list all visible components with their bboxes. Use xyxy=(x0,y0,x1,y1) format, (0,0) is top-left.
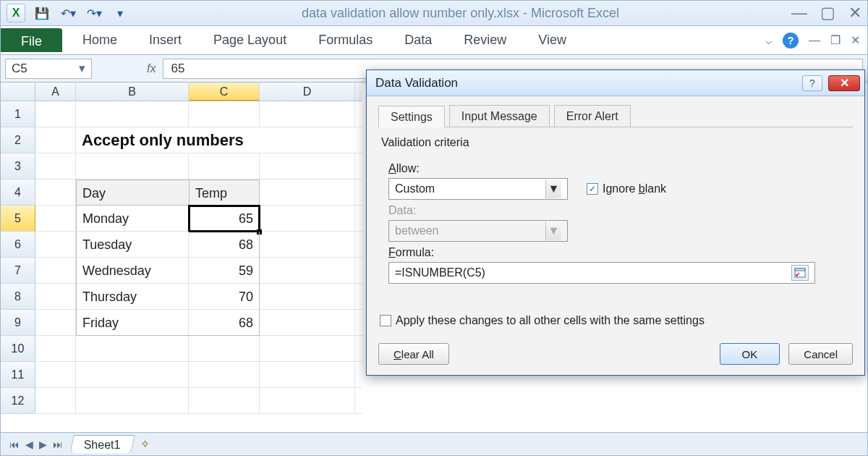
minimize-icon[interactable]: — xyxy=(791,4,807,22)
tab-page-layout[interactable]: Page Layout xyxy=(197,26,302,54)
sheet-tab-sheet1[interactable]: Sheet1 xyxy=(69,435,135,453)
tab-home[interactable]: Home xyxy=(67,26,133,54)
cell-b4[interactable]: Day xyxy=(76,180,189,206)
redo-icon[interactable]: ↷▾ xyxy=(85,4,103,22)
dialog-tab-input-message[interactable]: Input Message xyxy=(449,105,550,127)
dialog-close-icon[interactable]: ✕ xyxy=(828,75,860,91)
cell-b9[interactable]: Friday xyxy=(76,310,189,336)
row-8: 8 Thursday 70 xyxy=(1,284,362,310)
sheet-nav-next-icon[interactable]: ▶ xyxy=(36,439,50,450)
chevron-down-icon: ▼ xyxy=(545,221,561,240)
chevron-down-icon[interactable]: ▼ xyxy=(545,180,561,198)
allow-combo-value: Custom xyxy=(395,182,435,195)
row-header[interactable]: 5 xyxy=(1,206,35,232)
sheet-title[interactable]: Accept only numbers xyxy=(76,127,250,153)
ignore-blank-checkbox[interactable]: ✓ Ignore blank xyxy=(587,182,666,195)
dialog-titlebar[interactable]: Data Validation ? ✕ xyxy=(367,70,864,96)
dialog-help-icon[interactable]: ? xyxy=(802,75,822,91)
row-header[interactable]: 3 xyxy=(1,153,35,180)
allow-label: Allow: xyxy=(388,162,848,175)
cell-c9[interactable]: 68 xyxy=(189,310,260,336)
data-combo: between ▼ xyxy=(388,220,568,242)
row-header[interactable]: 1 xyxy=(1,101,35,127)
cancel-button[interactable]: Cancel xyxy=(788,343,853,365)
cell-c6[interactable]: 68 xyxy=(189,232,260,258)
row-header[interactable]: 6 xyxy=(1,232,35,258)
undo-icon[interactable]: ↶▾ xyxy=(59,4,77,22)
close-icon[interactable]: ✕ xyxy=(848,4,861,22)
row-header[interactable]: 2 xyxy=(1,127,35,153)
sheet-nav-first-icon[interactable]: ⏮ xyxy=(7,439,22,450)
row-header[interactable]: 8 xyxy=(1,284,35,310)
cell-b6[interactable]: Tuesday xyxy=(76,232,189,258)
cell-c8[interactable]: 70 xyxy=(189,284,260,310)
fx-label[interactable]: fx xyxy=(140,62,163,75)
row-header[interactable]: 10 xyxy=(1,336,35,362)
range-picker-icon[interactable] xyxy=(791,265,809,281)
ok-button[interactable]: OK xyxy=(720,343,780,365)
sheet-nav-last-icon[interactable]: ⏭ xyxy=(50,439,66,450)
maximize-icon[interactable]: ▢ xyxy=(820,4,835,22)
row-5: 5 Monday 65 xyxy=(1,206,362,232)
mdi-minimize-icon[interactable]: — xyxy=(809,34,820,47)
new-sheet-icon[interactable]: ✧ xyxy=(140,437,150,451)
row-header[interactable]: 12 xyxy=(1,388,35,414)
col-header-b[interactable]: B xyxy=(76,83,189,101)
row-1: 1 xyxy=(1,101,362,127)
data-validation-dialog: Data Validation ? ✕ Settings Input Messa… xyxy=(366,69,865,376)
tab-data[interactable]: Data xyxy=(388,26,448,54)
customize-qat-icon[interactable]: ▾ xyxy=(111,4,129,22)
checkbox-icon: ✓ xyxy=(587,183,598,195)
row-header[interactable]: 7 xyxy=(1,258,35,284)
col-header-a[interactable]: A xyxy=(35,83,76,101)
select-all-corner[interactable] xyxy=(1,83,35,101)
worksheet-grid[interactable]: A B C D 1 2Accept only numbers 3 4 Day T… xyxy=(1,83,362,432)
row-header[interactable]: 9 xyxy=(1,310,35,336)
col-header-c[interactable]: C xyxy=(189,83,260,101)
allow-combo[interactable]: Custom ▼ xyxy=(388,178,568,200)
apply-to-all-label: Apply these changes to all other cells w… xyxy=(396,314,705,327)
file-tab[interactable]: File xyxy=(1,28,62,52)
column-headers: A B C D xyxy=(1,83,362,101)
data-label: Data: xyxy=(388,204,848,217)
cell-b5[interactable]: Monday xyxy=(76,206,189,232)
name-box-dropdown-icon[interactable]: ▾ xyxy=(79,61,85,76)
quick-access-toolbar: X 💾 ↶▾ ↷▾ ▾ xyxy=(7,4,129,22)
mdi-close-icon[interactable]: ✕ xyxy=(851,33,860,47)
apply-to-all-checkbox[interactable]: Apply these changes to all other cells w… xyxy=(380,314,853,327)
dialog-title: Data Validation xyxy=(375,76,458,90)
row-2: 2Accept only numbers xyxy=(1,127,362,153)
save-icon[interactable]: 💾 xyxy=(33,4,51,22)
excel-logo-icon[interactable]: X xyxy=(7,4,25,22)
data-combo-value: between xyxy=(395,224,439,237)
clear-all-button[interactable]: Clear All xyxy=(378,343,449,365)
dialog-tab-settings[interactable]: Settings xyxy=(378,106,445,127)
tab-formulas[interactable]: Formulas xyxy=(302,26,388,54)
ribbon-minimize-icon[interactable]: ⌵ xyxy=(765,33,773,47)
cell-b7[interactable]: Wednesday xyxy=(76,258,189,284)
titlebar: X 💾 ↶▾ ↷▾ ▾ data validation allow number… xyxy=(0,0,868,26)
row-10: 10 xyxy=(1,336,362,362)
cell-c5[interactable]: 65 xyxy=(189,206,260,232)
dialog-tab-error-alert[interactable]: Error Alert xyxy=(554,105,631,127)
row-3: 3 xyxy=(1,153,362,180)
formula-input[interactable]: =ISNUMBER(C5) xyxy=(388,262,815,284)
cell-b8[interactable]: Thursday xyxy=(76,284,189,310)
cell-c4[interactable]: Temp xyxy=(189,180,260,206)
row-header[interactable]: 11 xyxy=(1,362,35,388)
row-header[interactable]: 4 xyxy=(1,180,35,206)
row-12: 12 xyxy=(1,388,362,414)
help-icon[interactable]: ? xyxy=(783,33,799,48)
sheet-nav-prev-icon[interactable]: ◀ xyxy=(22,439,36,450)
tab-review[interactable]: Review xyxy=(448,26,522,54)
mdi-restore-icon[interactable]: ❐ xyxy=(830,33,841,47)
window-controls: — ▢ ✕ xyxy=(791,4,861,22)
formula-bar-value: 65 xyxy=(171,62,184,76)
col-header-d[interactable]: D xyxy=(260,83,355,101)
tab-insert[interactable]: Insert xyxy=(133,26,197,54)
name-box[interactable]: C5 ▾ xyxy=(5,59,92,79)
tab-view[interactable]: View xyxy=(522,26,582,54)
dialog-tabstrip: Settings Input Message Error Alert xyxy=(378,105,853,127)
formula-label: Formula: xyxy=(388,246,848,259)
cell-c7[interactable]: 59 xyxy=(189,258,260,284)
